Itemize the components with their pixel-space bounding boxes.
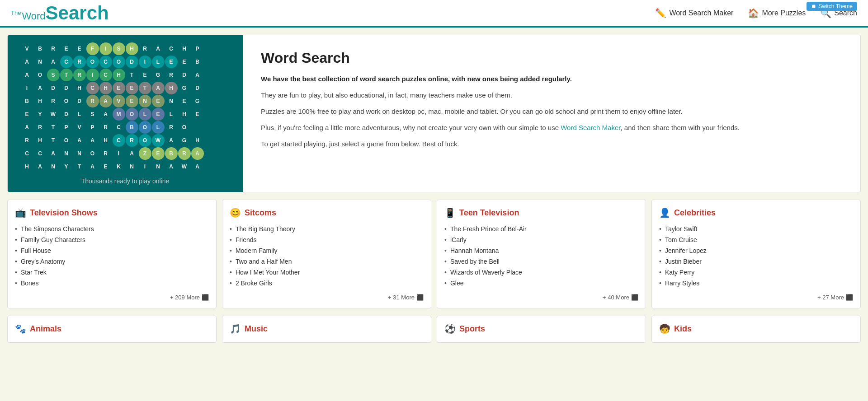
puzzle-cell: Z <box>139 147 151 160</box>
category-card-teen-television: 📱Teen TelevisionThe Fresh Prince of Bel-… <box>437 200 646 308</box>
list-item[interactable]: Bones <box>15 278 209 289</box>
list-item[interactable]: The Simpsons Characters <box>15 224 209 234</box>
list-item[interactable]: Glee <box>444 278 638 289</box>
puzzle-cell: A <box>86 160 99 173</box>
puzzle-cell: T <box>47 134 60 147</box>
puzzle-cell: E <box>152 95 165 107</box>
puzzle-cell: D <box>60 108 73 121</box>
puzzle-cell: L <box>152 56 165 68</box>
category-list-celebrities: Taylor SwiftTom CruiseJennifer LopezJust… <box>659 224 853 289</box>
list-item[interactable]: Justin Bieber <box>659 256 853 267</box>
category-title-partial-music[interactable]: Music <box>245 324 268 334</box>
word-search-maker-link[interactable]: ✏️ Word Search Maker <box>655 8 733 19</box>
puzzle-cell: B <box>191 56 204 68</box>
list-item[interactable]: 2 Broke Girls <box>230 278 424 289</box>
puzzle-cell: H <box>99 134 112 147</box>
list-item[interactable]: Jennifer Lopez <box>659 245 853 256</box>
list-item[interactable]: Grey's Anatomy <box>15 256 209 267</box>
puzzle-cell: C <box>99 69 112 81</box>
puzzle-cell: I <box>113 147 125 160</box>
category-title-sitcoms[interactable]: Sitcoms <box>245 208 276 218</box>
puzzle-cell: S <box>113 42 125 55</box>
puzzle-cell: E <box>191 108 204 121</box>
puzzle-cell: G <box>152 69 165 81</box>
list-item[interactable]: Hannah Montana <box>444 245 638 256</box>
category-title-partial-sports[interactable]: Sports <box>459 324 485 334</box>
list-item[interactable]: Katy Perry <box>659 267 853 278</box>
puzzle-cell: D <box>73 95 86 107</box>
list-item[interactable]: The Big Bang Theory <box>230 224 424 234</box>
category-card-celebrities: 👤CelebritiesTaylor SwiftTom CruiseJennif… <box>651 200 861 308</box>
switch-theme-button[interactable]: ⏺ Switch Theme <box>807 2 857 11</box>
category-title-television-shows[interactable]: Television Shows <box>30 208 98 218</box>
list-item[interactable]: Saved by the Bell <box>444 256 638 267</box>
puzzle-cell: W <box>178 160 191 173</box>
list-item[interactable]: Star Trek <box>15 267 209 278</box>
list-item[interactable]: Wizards of Waverly Place <box>444 267 638 278</box>
puzzle-cell: N <box>152 160 165 173</box>
category-title-celebrities[interactable]: Celebrities <box>674 208 716 218</box>
puzzle-cell: R <box>126 134 138 147</box>
list-item[interactable]: The Fresh Prince of Bel-Air <box>444 224 638 234</box>
puzzle-cell: A <box>21 121 33 134</box>
puzzle-cell <box>191 121 204 134</box>
puzzle-cell: R <box>21 134 33 147</box>
switch-icon: ⏺ <box>811 3 816 9</box>
puzzle-grid: VBREEFISHRACHPANACROCODILEEBAOSTRICHTEGR… <box>21 42 230 173</box>
category-more-sitcoms[interactable]: + 31 More ⬛ <box>230 294 424 301</box>
list-item[interactable]: Family Guy Characters <box>15 234 209 245</box>
category-more-celebrities[interactable]: + 27 More ⬛ <box>659 294 853 301</box>
hero-para1: They are fun to play, but also education… <box>261 90 842 101</box>
puzzle-cell: H <box>34 134 47 147</box>
category-more-teen-television[interactable]: + 40 More ⬛ <box>444 294 638 301</box>
puzzle-cell: C <box>60 56 73 68</box>
puzzle-cell: W <box>47 108 60 121</box>
puzzle-caption: Thousands ready to play online <box>81 177 170 185</box>
puzzle-cell: H <box>178 108 191 121</box>
list-item[interactable]: Tom Cruise <box>659 234 853 245</box>
puzzle-cell: A <box>191 147 204 160</box>
list-item[interactable]: Two and a Half Men <box>230 256 424 267</box>
category-title-teen-television[interactable]: Teen Television <box>459 208 519 218</box>
word-search-maker-text-link[interactable]: Word Search Maker <box>561 124 620 131</box>
home-icon: 🏠 <box>748 8 759 19</box>
puzzle-cell: R <box>47 42 60 55</box>
puzzle-cell <box>204 108 217 121</box>
puzzle-cell: I <box>139 56 151 68</box>
category-header-sitcoms: 😊Sitcoms <box>230 207 424 218</box>
category-card-television-shows: 📺Television ShowsThe Simpsons Characters… <box>7 200 217 308</box>
puzzle-cell: D <box>60 82 73 94</box>
list-item[interactable]: Harry Styles <box>659 278 853 289</box>
category-title-partial-kids[interactable]: Kids <box>674 324 692 334</box>
puzzle-cell: O <box>34 69 47 81</box>
puzzle-cell: E <box>178 95 191 107</box>
puzzle-cell: E <box>178 56 191 68</box>
puzzle-cell: N <box>73 147 86 160</box>
puzzle-cell: C <box>113 121 125 134</box>
category-more-television-shows[interactable]: + 209 More ⬛ <box>15 294 209 301</box>
hero-intro-bold: We have the best collection of word sear… <box>261 75 572 83</box>
list-item[interactable]: How I Met Your Mother <box>230 267 424 278</box>
category-title-partial-animals[interactable]: Animals <box>30 324 61 334</box>
puzzle-cell: O <box>178 121 191 134</box>
category-header-partial-kids: 🧒Kids <box>659 323 853 334</box>
list-item[interactable]: Friends <box>230 234 424 245</box>
category-list-television-shows: The Simpsons CharactersFamily Guy Charac… <box>15 224 209 289</box>
category-icon-celebrities: 👤 <box>659 207 670 218</box>
puzzle-cell: P <box>191 42 204 55</box>
list-item[interactable]: Taylor Swift <box>659 224 853 234</box>
categories-grid: 📺Television ShowsThe Simpsons Characters… <box>7 200 861 308</box>
puzzle-cell: O <box>86 147 99 160</box>
puzzle-cell <box>217 56 230 68</box>
list-item[interactable]: Full House <box>15 245 209 256</box>
puzzle-cell: G <box>178 134 191 147</box>
hero-para3-after: , and then share them with your friends. <box>620 124 739 131</box>
puzzle-container: VBREEFISHRACHPANACROCODILEEBAOSTRICHTEGR… <box>8 35 243 192</box>
puzzle-cell: C <box>113 134 125 147</box>
more-puzzles-link[interactable]: 🏠 More Puzzles <box>748 8 806 19</box>
puzzle-cell: E <box>99 160 112 173</box>
logo[interactable]: The Word Search <box>11 4 109 23</box>
list-item[interactable]: Modern Family <box>230 245 424 256</box>
list-item[interactable]: iCarly <box>444 234 638 245</box>
category-icon-partial-animals: 🐾 <box>15 323 26 334</box>
